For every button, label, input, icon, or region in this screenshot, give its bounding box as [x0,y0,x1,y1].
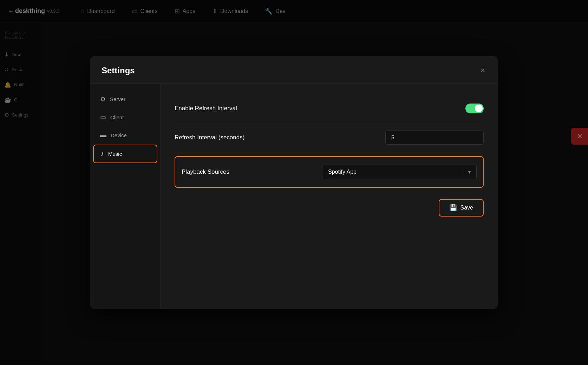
save-icon: 💾 [449,204,457,212]
dropdown-divider [464,168,464,175]
enable-refresh-label: Enable Refresh Interval [175,105,237,112]
save-button-label: Save [460,205,473,211]
refresh-interval-row: Refresh Interval (seconds) [175,122,484,153]
refresh-interval-label: Refresh Interval (seconds) [175,134,244,141]
settings-nav-music[interactable]: ♪ Music [93,145,157,163]
settings-sidebar: ⚙ Server ▭ Client ▬ Device ♪ Music [90,84,161,309]
modal-header: Settings × [90,56,498,84]
settings-nav-client-label: Client [110,114,124,120]
settings-nav-client[interactable]: ▭ Client [93,108,157,126]
settings-nav-device-label: Device [111,132,127,138]
refresh-interval-input[interactable] [385,131,484,145]
playback-sources-row: Playback Sources Spotify App ▾ [175,156,484,188]
enable-refresh-row: Enable Refresh Interval [175,95,484,122]
settings-modal: Settings × ⚙ Server ▭ Client ▬ Device [90,56,498,309]
toggle-thumb [475,105,483,112]
chevron-down-icon: ▾ [468,169,471,175]
settings-nav-server-label: Server [110,96,125,102]
playback-sources-label: Playback Sources [182,168,229,175]
playback-sources-value: Spotify App [328,169,357,175]
modal-close-button[interactable]: × [479,65,486,77]
modal-title: Settings [102,66,135,75]
modal-overlay: Settings × ⚙ Server ▭ Client ▬ Device [0,0,588,365]
settings-nav-music-label: Music [108,151,122,157]
device-icon: ▬ [100,132,106,139]
music-icon: ♪ [101,150,104,158]
server-icon: ⚙ [100,95,106,103]
toggle-track [465,104,484,113]
settings-nav-device[interactable]: ▬ Device [93,127,157,144]
save-section: 💾 Save [175,199,484,217]
settings-content: Enable Refresh Interval Refresh Interval… [161,84,498,309]
settings-nav-server[interactable]: ⚙ Server [93,90,157,108]
save-button[interactable]: 💾 Save [439,199,484,217]
playback-sources-dropdown[interactable]: Spotify App ▾ [322,165,477,179]
modal-body: ⚙ Server ▭ Client ▬ Device ♪ Music [90,84,498,309]
enable-refresh-toggle[interactable] [465,104,484,113]
client-icon: ▭ [100,113,106,121]
